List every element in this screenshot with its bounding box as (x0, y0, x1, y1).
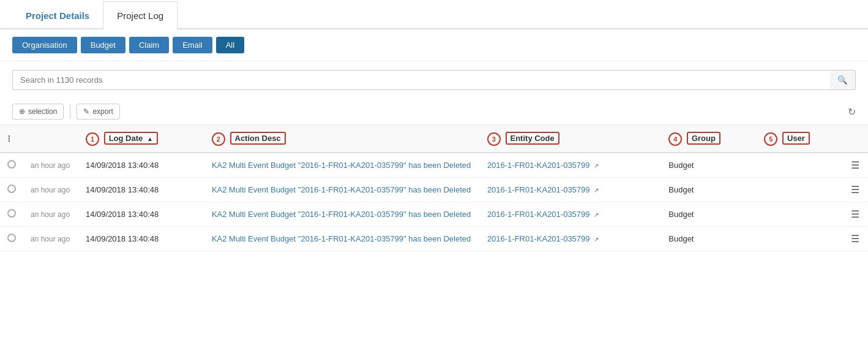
row-detail[interactable]: ☰ (844, 177, 868, 202)
detail-icon[interactable]: ☰ (851, 233, 859, 245)
row-ago: an hour ago (23, 153, 78, 178)
row-log-date: 14/09/2018 13:40:48 (78, 153, 204, 178)
detail-icon[interactable]: ☰ (851, 184, 859, 196)
selection-button[interactable]: ⊕ selection (12, 104, 64, 120)
table-header-row: ⁝ 1 Log Date ▲ 2 Action Desc (0, 126, 868, 153)
export-button[interactable]: ✎ export (77, 104, 119, 120)
row-action-desc[interactable]: KA2 Multi Event Budget "2016-1-FR01-KA20… (204, 177, 480, 202)
row-radio-cell[interactable] (0, 153, 23, 178)
col-log-date-label: Log Date ▲ (104, 132, 158, 145)
row-ago: an hour ago (23, 226, 78, 251)
row-user (757, 177, 844, 202)
col-number-3: 3 (487, 132, 501, 146)
log-table: ⁝ 1 Log Date ▲ 2 Action Desc (0, 125, 868, 251)
col-action-desc[interactable]: 2 Action Desc (204, 126, 480, 153)
filter-organisation-button[interactable]: Organisation (12, 37, 77, 53)
detail-icon[interactable]: ☰ (851, 159, 859, 171)
external-link-icon[interactable]: ↗ (594, 162, 599, 169)
row-group: Budget (661, 202, 757, 226)
grid-view-icon[interactable]: ⁝ (7, 133, 10, 145)
filter-email-button[interactable]: Email (173, 37, 212, 53)
table-row: an hour ago 14/09/2018 13:40:48 KA2 Mult… (0, 226, 868, 251)
table-row: an hour ago 14/09/2018 13:40:48 KA2 Mult… (0, 177, 868, 202)
row-log-date: 14/09/2018 13:40:48 (78, 226, 204, 251)
external-link-icon[interactable]: ↗ (594, 236, 599, 243)
export-label: export (92, 107, 113, 116)
row-group: Budget (661, 177, 757, 202)
search-button[interactable]: 🔍 (830, 70, 856, 90)
row-group: Budget (661, 153, 757, 178)
row-detail[interactable]: ☰ (844, 202, 868, 226)
col-select: ⁝ (0, 126, 23, 153)
row-action-desc[interactable]: KA2 Multi Event Budget "2016-1-FR01-KA20… (204, 153, 480, 178)
row-radio-button[interactable] (7, 209, 16, 218)
filter-budget-button[interactable]: Budget (81, 37, 125, 53)
external-link-icon[interactable]: ↗ (594, 187, 599, 194)
filter-all-button[interactable]: All (216, 37, 244, 53)
tab-project-details-label: Project Details (26, 10, 89, 21)
col-group[interactable]: 4 Group (661, 126, 757, 153)
row-detail[interactable]: ☰ (844, 226, 868, 251)
col-user-label: User (782, 132, 810, 145)
col-number-4: 4 (668, 132, 682, 146)
row-entity-code[interactable]: 2016-1-FR01-KA201-035799 ↗ (480, 202, 661, 226)
row-ago: an hour ago (23, 202, 78, 226)
row-radio-button[interactable] (7, 160, 16, 169)
col-entity-code[interactable]: 3 Entity Code (480, 126, 661, 153)
col-detail (844, 126, 868, 153)
row-entity-code[interactable]: 2016-1-FR01-KA201-035799 ↗ (480, 153, 661, 178)
row-entity-code[interactable]: 2016-1-FR01-KA201-035799 ↗ (480, 177, 661, 202)
row-log-date: 14/09/2018 13:40:48 (78, 177, 204, 202)
row-user (757, 153, 844, 178)
detail-icon[interactable]: ☰ (851, 208, 859, 220)
export-icon: ✎ (83, 107, 89, 116)
col-number-5: 5 (764, 132, 777, 146)
row-radio-cell[interactable] (0, 177, 23, 202)
tab-project-details[interactable]: Project Details (12, 2, 103, 29)
search-input[interactable] (12, 70, 830, 90)
row-log-date: 14/09/2018 13:40:48 (78, 202, 204, 226)
row-entity-code[interactable]: 2016-1-FR01-KA201-035799 ↗ (480, 226, 661, 251)
row-group: Budget (661, 226, 757, 251)
tabs-header: Project Details Project Log (0, 0, 868, 29)
row-ago: an hour ago (23, 177, 78, 202)
row-action-desc[interactable]: KA2 Multi Event Budget "2016-1-FR01-KA20… (204, 202, 480, 226)
row-radio-cell[interactable] (0, 226, 23, 251)
row-radio-cell[interactable] (0, 202, 23, 226)
table-body: an hour ago 14/09/2018 13:40:48 KA2 Mult… (0, 153, 868, 251)
col-number-1: 1 (86, 132, 99, 146)
tab-project-log-label: Project Log (117, 10, 163, 21)
col-log-date[interactable]: 1 Log Date ▲ (78, 126, 204, 153)
table-row: an hour ago 14/09/2018 13:40:48 KA2 Mult… (0, 153, 868, 178)
selection-label: selection (28, 107, 57, 116)
refresh-button[interactable]: ↻ (848, 106, 856, 118)
table-container: ⁝ 1 Log Date ▲ 2 Action Desc (0, 125, 868, 251)
selection-icon: ⊕ (19, 107, 25, 116)
row-user (757, 226, 844, 251)
col-entity-code-label: Entity Code (506, 132, 559, 145)
row-action-desc[interactable]: KA2 Multi Event Budget "2016-1-FR01-KA20… (204, 226, 480, 251)
table-row: an hour ago 14/09/2018 13:40:48 KA2 Mult… (0, 202, 868, 226)
search-bar: 🔍 (0, 61, 868, 99)
col-group-label: Group (687, 132, 720, 145)
row-user (757, 202, 844, 226)
sort-arrow: ▲ (147, 135, 153, 142)
row-detail[interactable]: ☰ (844, 153, 868, 178)
col-number-2: 2 (212, 132, 225, 146)
toolbar: ⊕ selection ✎ export ↻ (0, 99, 868, 125)
external-link-icon[interactable]: ↗ (594, 211, 599, 218)
col-ago (23, 126, 78, 153)
col-action-desc-label: Action Desc (230, 132, 286, 145)
tab-project-log[interactable]: Project Log (103, 1, 178, 29)
filter-claim-button[interactable]: Claim (129, 37, 169, 53)
row-radio-button[interactable] (7, 234, 16, 242)
row-radio-button[interactable] (7, 185, 16, 193)
filter-bar: Organisation Budget Claim Email All (0, 29, 868, 61)
page-container: Project Details Project Log Organisation… (0, 0, 868, 251)
toolbar-left: ⊕ selection ✎ export (12, 104, 120, 120)
toolbar-divider (70, 104, 70, 119)
col-user[interactable]: 5 User (757, 126, 844, 153)
